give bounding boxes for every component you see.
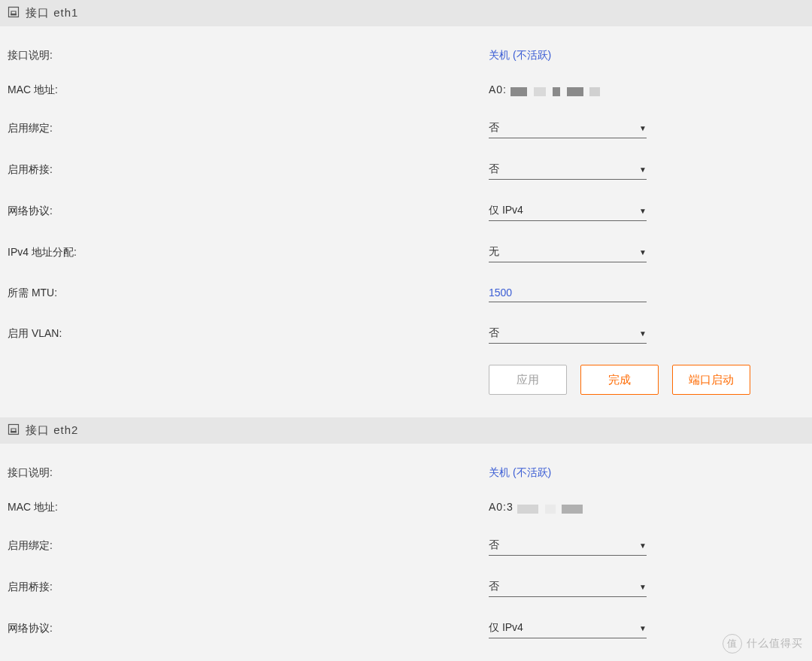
chevron-down-icon: ▼: [639, 624, 647, 632]
row-vlan: 启用 VLAN: 否 ▼: [8, 323, 804, 344]
select-ipv4assign-value: 无: [489, 245, 499, 259]
section-title: 接口 eth1: [26, 6, 78, 20]
label-bridging: 启用桥接:: [8, 163, 489, 177]
apply-button: 应用: [489, 365, 567, 395]
label-mac: MAC 地址:: [8, 501, 489, 514]
chevron-down-icon: ▼: [639, 541, 647, 550]
select-protocol[interactable]: 仅 IPv4 ▼: [489, 201, 647, 221]
label-bonding: 启用绑定:: [8, 122, 489, 135]
watermark-badge: 值: [723, 634, 742, 641]
svg-rect-2: [9, 425, 19, 435]
row-status: 接口说明: 关机 (不活跃): [8, 49, 804, 62]
select-vlan[interactable]: 否 ▼: [489, 323, 647, 344]
label-mac: MAC 地址:: [8, 83, 489, 97]
value-mac: A0:: [489, 83, 647, 96]
label-protocol: 网络协议:: [8, 622, 489, 635]
chevron-down-icon: ▼: [639, 207, 647, 215]
row-protocol: 网络协议: 仅 IPv4 ▼: [8, 201, 804, 221]
label-ipv4assign: IPv4 地址分配:: [8, 246, 489, 259]
row-bonding: 启用绑定: 否 ▼: [8, 535, 804, 556]
row-mac: MAC 地址: A0:3: [8, 501, 804, 514]
watermark-text: 什么值得买: [747, 637, 803, 641]
input-mtu[interactable]: [489, 284, 647, 302]
svg-rect-0: [9, 8, 19, 17]
svg-rect-1: [11, 14, 17, 16]
watermark: 值 什么值得买: [723, 634, 803, 641]
mac-prefix: A0:: [489, 83, 507, 96]
select-bonding-value: 否: [489, 121, 499, 135]
interface-icon: [8, 6, 20, 20]
chevron-down-icon: ▼: [639, 165, 647, 174]
row-status: 接口说明: 关机 (不活跃): [8, 466, 804, 480]
select-bridging[interactable]: 否 ▼: [489, 159, 647, 180]
row-bonding: 启用绑定: 否 ▼: [8, 118, 804, 138]
row-ipv4assign: IPv4 地址分配: 无 ▼: [8, 242, 804, 262]
select-bonding[interactable]: 否 ▼: [489, 118, 647, 138]
done-button[interactable]: 完成: [580, 365, 659, 395]
label-protocol: 网络协议:: [8, 205, 489, 218]
select-bonding-value: 否: [489, 538, 499, 552]
row-mtu: 所需 MTU:: [8, 284, 804, 302]
value-status: 关机 (不活跃): [489, 466, 647, 480]
row-mac: MAC 地址: A0:: [8, 83, 804, 97]
row-bridging: 启用桥接: 否 ▼: [8, 577, 804, 597]
section-header-eth1: 接口 eth1: [0, 0, 812, 26]
section-title: 接口 eth2: [26, 423, 78, 438]
mac-prefix: A0:3: [489, 501, 514, 513]
chevron-down-icon: ▼: [639, 124, 647, 132]
select-vlan-value: 否: [489, 326, 499, 340]
select-bonding[interactable]: 否 ▼: [489, 535, 647, 556]
row-bridging: 启用桥接: 否 ▼: [8, 159, 804, 180]
svg-rect-3: [11, 431, 17, 433]
label-status: 接口说明:: [8, 49, 489, 62]
select-protocol[interactable]: 仅 IPv4 ▼: [489, 618, 647, 638]
select-bridging-value: 否: [489, 162, 499, 176]
label-vlan: 启用 VLAN:: [8, 327, 489, 341]
label-status: 接口说明:: [8, 466, 489, 480]
button-row: 应用 完成 端口启动: [8, 365, 804, 395]
value-mac: A0:3: [489, 501, 647, 514]
label-bridging: 启用桥接:: [8, 581, 489, 594]
chevron-down-icon: ▼: [639, 248, 647, 256]
select-bridging[interactable]: 否 ▼: [489, 577, 647, 597]
interface-icon: [8, 423, 20, 438]
chevron-down-icon: ▼: [639, 329, 647, 338]
select-protocol-value: 仅 IPv4: [489, 621, 523, 635]
mac-mask: [517, 502, 586, 514]
label-mtu: 所需 MTU:: [8, 287, 489, 300]
chevron-down-icon: ▼: [639, 583, 647, 591]
port-up-button[interactable]: 端口启动: [672, 365, 750, 395]
section-header-eth2: 接口 eth2: [0, 417, 812, 444]
section-body-eth1: 接口说明: 关机 (不活跃) MAC 地址: A0: 启用绑定: 否 ▼ 启用桥…: [0, 26, 812, 417]
select-ipv4assign[interactable]: 无 ▼: [489, 242, 647, 262]
select-bridging-value: 否: [489, 580, 499, 593]
label-bonding: 启用绑定:: [8, 539, 489, 553]
value-status: 关机 (不活跃): [489, 49, 647, 62]
mac-mask: [511, 85, 604, 97]
section-body-eth2: 接口说明: 关机 (不活跃) MAC 地址: A0:3 启用绑定: 否 ▼ 启用…: [0, 444, 812, 638]
select-protocol-value: 仅 IPv4: [489, 204, 523, 217]
row-protocol: 网络协议: 仅 IPv4 ▼: [8, 618, 804, 638]
